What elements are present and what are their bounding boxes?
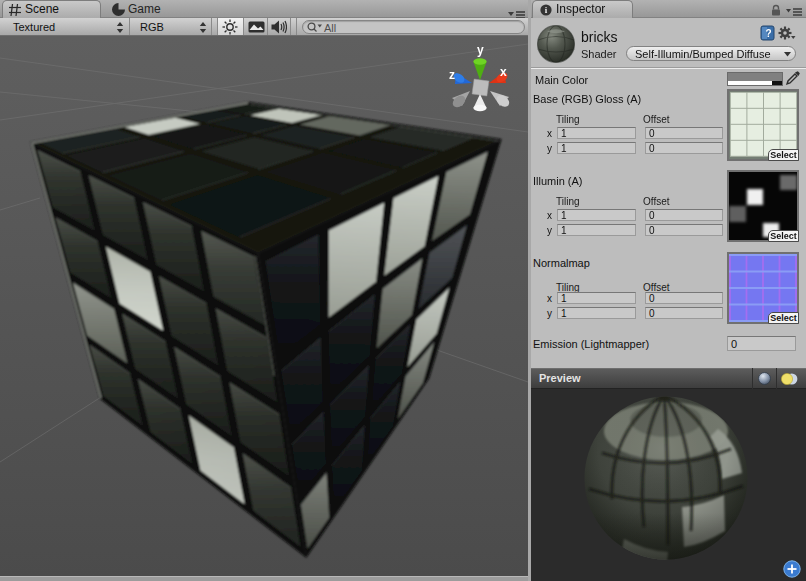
svg-text:z: z (449, 68, 455, 82)
svg-text:y: y (477, 43, 484, 57)
svg-text:x: x (500, 65, 507, 79)
svg-text:?: ? (766, 28, 772, 39)
